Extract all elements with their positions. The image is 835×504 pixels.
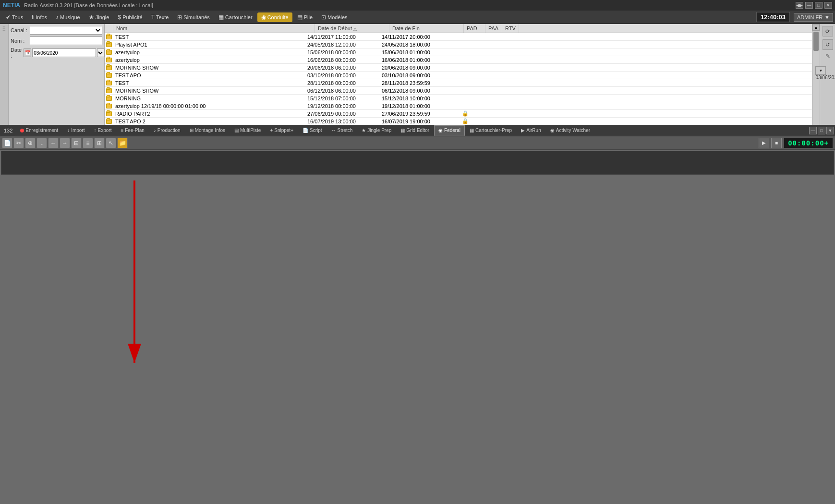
canal-select[interactable] xyxy=(30,26,102,35)
menu-cartouchier[interactable]: ▦ Cartouchier xyxy=(215,12,256,22)
tab-jingle-prep-label: Jingle Prep xyxy=(367,128,391,133)
table-row[interactable]: RADIO PART227/06/2019 00:00:0027/06/2019… xyxy=(105,110,812,118)
menu-tous[interactable]: ✔ Tous xyxy=(2,12,27,22)
window-controls: ◀▶ — □ ✕ xyxy=(796,2,832,9)
table-row[interactable]: TEST14/11/2017 11:00:0014/11/2017 20:00:… xyxy=(105,33,812,41)
tab-snippet[interactable]: + Snippet+ xyxy=(266,125,298,136)
tab-grid-editor[interactable]: ▦ Grid Editor xyxy=(396,125,434,136)
tab-jingle-prep[interactable]: ★ Jingle Prep xyxy=(357,125,396,136)
cell-debut: 19/12/2018 00:00:00 xyxy=(305,103,380,109)
calendar-icon[interactable]: 📅 xyxy=(24,48,31,57)
date-dropdown[interactable] xyxy=(97,48,105,57)
tab-production[interactable]: ♪ Production xyxy=(149,125,185,136)
tb-home-btn[interactable]: ↖ xyxy=(106,138,116,148)
tab-collapse-btn[interactable]: — xyxy=(809,127,817,134)
tb-right-btn[interactable]: → xyxy=(60,138,70,148)
cell-fin: 20/06/2018 09:00:00 xyxy=(380,64,454,71)
table-row[interactable]: Playlist APO124/05/2018 12:00:0024/05/20… xyxy=(105,41,812,48)
table-row[interactable]: azertyuiop16/06/2018 00:00:0016/06/2018 … xyxy=(105,56,812,64)
menu-jingle[interactable]: ★ Jingle xyxy=(85,12,113,22)
stop-btn[interactable]: ■ xyxy=(771,138,782,148)
edit-icon[interactable]: ✎ xyxy=(825,53,830,60)
menu-modeles[interactable]: ⊡ Modèles xyxy=(317,12,351,22)
tab-montage-label: Montage Infos xyxy=(195,128,225,133)
menu-infos[interactable]: ℹ Infos xyxy=(28,12,51,22)
col-header-fin: Date de Fin xyxy=(389,24,464,33)
refresh2-btn[interactable]: ↺ xyxy=(823,39,833,50)
tb-left-btn[interactable]: ← xyxy=(48,138,59,148)
resize-handle[interactable]: ⠿ xyxy=(2,26,6,33)
table-row[interactable]: TEST APO03/10/2018 00:00:0003/10/2018 09… xyxy=(105,72,812,79)
import-icon: ↓ xyxy=(67,128,70,133)
tab-enregistrement[interactable]: Enregistrement xyxy=(16,125,62,136)
win-close-btn[interactable]: ✕ xyxy=(824,2,832,9)
menu-bar: ✔ Tous ℹ Infos ♪ Musique ★ Jingle $ Publ… xyxy=(0,11,835,24)
table-row[interactable]: MORNING SHOW20/06/2018 06:00:0020/06/201… xyxy=(105,64,812,72)
dropdown-arrow-icon: ▼ xyxy=(824,14,830,20)
cell-paa xyxy=(476,52,493,53)
cell-rtv xyxy=(493,44,509,45)
user-label: ADMIN FR xyxy=(797,14,823,20)
tb-list-btn[interactable]: ≡ xyxy=(83,138,93,148)
menu-pile[interactable]: ▤ Pile xyxy=(293,12,316,22)
tab-cartouchier-prep[interactable]: ▦ Cartouchier-Prep xyxy=(465,125,516,136)
tab-multipiste[interactable]: ▤ MultiPiste xyxy=(230,125,265,136)
tb-cut-btn[interactable]: ✂ xyxy=(13,138,24,148)
tab-activity-watcher[interactable]: ◉ Activity Watcher xyxy=(546,125,594,136)
menu-simultanes[interactable]: ⊞ Simultanés xyxy=(173,12,213,22)
menu-musique-label: Musique xyxy=(60,14,80,20)
menu-publicite[interactable]: $ Publicité xyxy=(114,12,146,22)
tab-montage-infos[interactable]: ⊞ Montage Infos xyxy=(185,125,230,136)
play-btn[interactable]: ▶ xyxy=(759,138,769,148)
cell-fin: 19/12/2018 01:00:00 xyxy=(380,103,454,109)
script-icon: 📄 xyxy=(303,128,308,133)
tb-new-btn[interactable]: 📄 xyxy=(2,138,12,148)
nom-input[interactable] xyxy=(30,36,102,45)
table-row[interactable]: TEST APO 216/07/2019 13:00:0016/07/2019 … xyxy=(105,118,812,125)
menu-conduite[interactable]: ◉ Conduite xyxy=(257,12,292,22)
tb-paste-btn[interactable]: ↓ xyxy=(36,138,47,148)
cell-fin: 16/07/2019 19:00:00 xyxy=(380,118,454,125)
tab-federal[interactable]: ◉ Federal xyxy=(434,125,465,136)
tab-airrun[interactable]: ▶ AirRun xyxy=(517,125,545,136)
tab-export[interactable]: ↑ Export xyxy=(90,125,116,136)
tab-fee-plan-label: Fee-Plan xyxy=(125,128,145,133)
scroll-thumb[interactable] xyxy=(813,32,819,51)
user-dropdown[interactable]: ADMIN FR ▼ xyxy=(794,13,833,22)
tab-script-label: Script xyxy=(310,128,322,133)
tb-minus-btn[interactable]: ⊟ xyxy=(71,138,82,148)
tab-expand-btn[interactable]: □ xyxy=(818,127,825,134)
table-row[interactable]: TEST28/11/2018 00:00:0028/11/2018 23:59:… xyxy=(105,79,812,87)
tab-scroll-btn[interactable]: ▼ xyxy=(826,127,834,134)
cell-pad xyxy=(454,98,476,99)
cell-rtv xyxy=(493,106,509,107)
tb-copy-btn[interactable]: ⊕ xyxy=(25,138,36,148)
table-row[interactable]: azertyuiop15/06/2018 00:00:0015/06/2018 … xyxy=(105,48,812,56)
tab-import[interactable]: ↓ Import xyxy=(63,125,89,136)
menu-texte[interactable]: T Texte xyxy=(147,12,173,22)
tab-stretch[interactable]: ↔ Stretch xyxy=(327,125,357,136)
musique-icon: ♪ xyxy=(56,14,59,21)
snippet-icon: + xyxy=(270,128,273,133)
cell-pad xyxy=(454,106,476,107)
table-row[interactable]: MORNING SHOW06/12/2018 06:00:0006/12/201… xyxy=(105,87,812,95)
cell-rtv xyxy=(493,98,509,99)
tab-fee-plan[interactable]: ≡ Fee-Plan xyxy=(116,125,148,136)
tb-folder-btn[interactable]: 📁 xyxy=(117,138,128,148)
win-max-btn[interactable]: □ xyxy=(815,2,823,9)
date-input[interactable] xyxy=(32,48,96,57)
win-tile-btn[interactable]: ◀▶ xyxy=(796,2,803,9)
app-logo: NETIA xyxy=(3,2,20,9)
win-min-btn[interactable]: — xyxy=(805,2,813,9)
date-input-wrap: 📅 xyxy=(24,48,105,57)
menu-musique[interactable]: ♪ Musique xyxy=(52,12,84,22)
refresh-btn[interactable]: ⟳ xyxy=(823,26,833,36)
cell-debut: 14/11/2017 11:00:00 xyxy=(305,34,380,40)
bottom-toolbar: 📄 ✂ ⊕ ↓ ← → ⊟ ≡ ⊞ ↖ 📁 ▶ ■ 00:00:00+ xyxy=(0,136,835,150)
table-row[interactable]: MORNING15/12/2018 07:00:0015/12/2018 10:… xyxy=(105,95,812,102)
side-dropdown[interactable]: ▼ xyxy=(815,66,826,75)
scroll-up-btn[interactable]: ▲ xyxy=(812,24,820,31)
tb-grid-btn[interactable]: ⊞ xyxy=(94,138,105,148)
tab-script[interactable]: 📄 Script xyxy=(298,125,327,136)
table-row[interactable]: azertyuiop 12/19/18 00:00:00 01:00:0019/… xyxy=(105,102,812,110)
